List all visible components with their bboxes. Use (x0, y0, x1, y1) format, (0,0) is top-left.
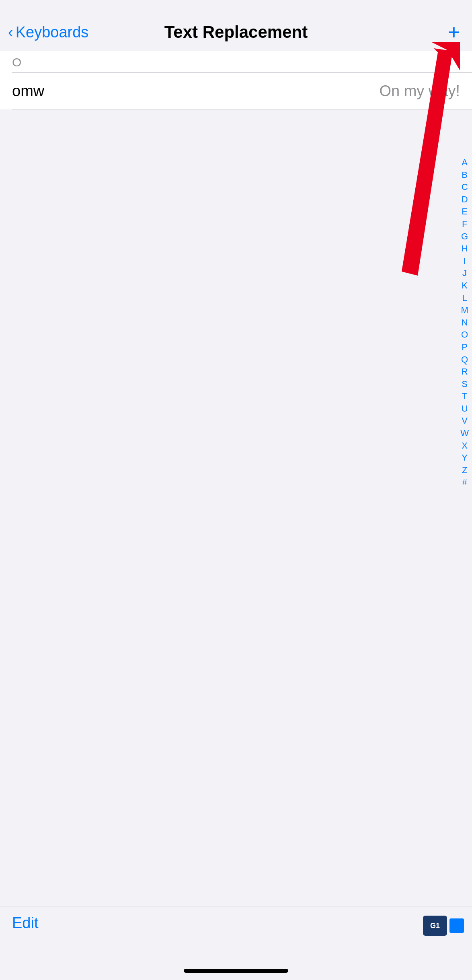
alpha-index-letter[interactable]: I (464, 255, 466, 267)
alpha-index-letter[interactable]: U (462, 403, 468, 415)
shortcut-text: omw (12, 82, 44, 100)
watermark: G1 (423, 916, 464, 936)
alpha-index-letter[interactable]: F (462, 218, 467, 230)
alpha-index-letter[interactable]: X (462, 440, 468, 452)
divider-bottom (12, 109, 472, 109)
alpha-index-letter[interactable]: T (462, 391, 467, 402)
nav-bar: ‹ Keyboards Text Replacement + (0, 0, 472, 51)
alpha-index-letter[interactable]: B (462, 169, 468, 181)
alpha-index-letter[interactable]: H (462, 243, 468, 255)
home-indicator (184, 969, 288, 973)
alpha-index-letter[interactable]: Z (462, 465, 467, 476)
back-chevron-icon: ‹ (8, 25, 13, 40)
alpha-index-letter[interactable]: K (462, 280, 468, 292)
alpha-index-letter[interactable]: A (462, 157, 468, 169)
nav-back[interactable]: ‹ Keyboards (8, 24, 88, 41)
content-area: O omw On my way! (0, 51, 472, 109)
alpha-index-letter[interactable]: W (460, 428, 469, 439)
bottom-toolbar: Edit (0, 906, 472, 940)
alpha-index-letter[interactable]: Q (461, 354, 468, 366)
logo-text: G1 (430, 922, 440, 930)
page-title: Text Replacement (164, 23, 308, 42)
add-button[interactable]: + (448, 22, 460, 43)
gadgets-logo: G1 (423, 916, 447, 936)
blue-square (449, 918, 464, 933)
alpha-index: ABCDEFGHIJKLMNOPQRSTUVWXYZ# (460, 157, 469, 488)
alpha-index-letter[interactable]: G (461, 231, 468, 243)
alpha-index-letter[interactable]: M (461, 305, 468, 316)
alpha-index-letter[interactable]: O (461, 329, 468, 341)
alpha-index-letter[interactable]: Y (462, 452, 468, 464)
alpha-index-letter[interactable]: E (462, 206, 468, 218)
alpha-index-letter[interactable]: L (462, 292, 467, 304)
alpha-index-letter[interactable]: N (462, 317, 468, 329)
alpha-index-letter[interactable]: S (462, 379, 468, 390)
list-item[interactable]: omw On my way! (0, 73, 472, 109)
alpha-index-letter[interactable]: C (462, 181, 468, 193)
alpha-index-letter[interactable]: # (462, 477, 467, 488)
back-label[interactable]: Keyboards (16, 24, 89, 41)
alpha-index-letter[interactable]: V (462, 415, 468, 427)
alpha-index-letter[interactable]: J (462, 268, 467, 279)
edit-button[interactable]: Edit (12, 914, 38, 932)
phrase-text: On my way! (379, 82, 460, 100)
section-header: O (0, 51, 472, 72)
alpha-index-letter[interactable]: R (462, 366, 468, 378)
alpha-index-letter[interactable]: D (462, 194, 468, 206)
alpha-index-letter[interactable]: P (462, 342, 468, 353)
